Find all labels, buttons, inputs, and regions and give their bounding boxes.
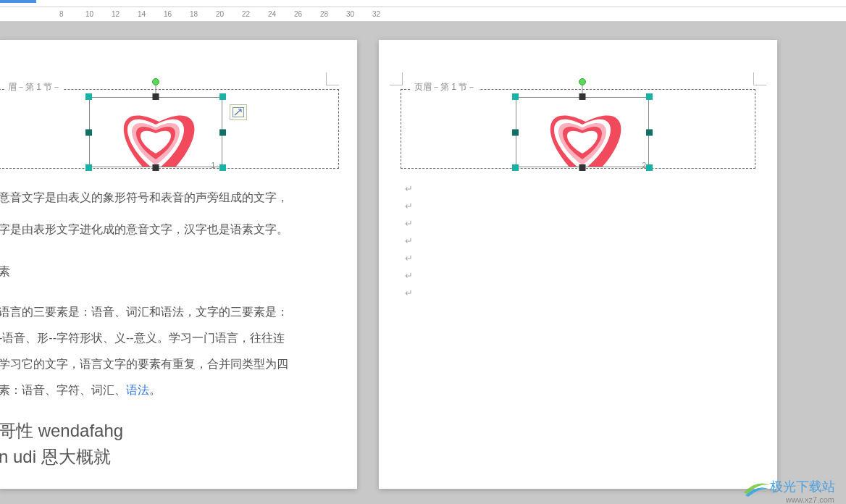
resize-handle-tl[interactable] [512,93,519,100]
resize-handle-b[interactable] [579,164,586,171]
ruler-mark: 28 [320,10,328,18]
header-section-label: 眉－第 1 节－ [5,81,64,93]
paragraph[interactable]: 字是由表形文字进化成的意音文字，汉字也是语素文字。 [0,217,288,242]
rotation-handle[interactable] [152,78,159,85]
watermark-logo: 极光下载站 [742,478,835,495]
ruler-mark: 22 [242,10,250,18]
resize-handle-tl[interactable] [85,93,92,100]
paragraph-mark-icon: ↵ [405,235,413,246]
arrow-diagonal-icon [233,107,244,117]
page-number: 1 [211,161,215,169]
paragraph-mark-icon: ↵ [405,270,413,281]
margin-corner-icon [390,72,403,85]
paragraph-mark-icon: ↵ [405,253,413,264]
resize-handle-b[interactable] [153,164,159,171]
horizontal-ruler[interactable]: 8 10 12 14 16 18 20 22 24 26 28 30 32 [0,7,846,22]
heading[interactable]: 哥性 wendafahg [0,418,123,444]
ruler-mark: 30 [346,10,354,18]
header-image-selected[interactable] [89,97,222,167]
ruler-mark: 14 [138,10,146,18]
ruler-mark: 12 [112,10,120,18]
page-number: 2 [642,161,646,169]
header-image[interactable] [516,97,649,167]
paragraph[interactable]: 语言的三要素是：语音、词汇和语法，文字的三要素是： [0,299,288,324]
ruler-mark: 24 [268,10,276,18]
paragraph-mark-icon: ↵ [405,201,413,211]
rotation-handle[interactable] [579,78,586,85]
page-2[interactable]: 页眉－第 1 节－ [379,40,777,489]
heading[interactable]: n udi 恩大概就 [0,444,111,470]
resize-handle-bl[interactable] [85,164,92,171]
margin-corner-icon [753,72,766,85]
resize-handle-br[interactable] [219,164,226,171]
resize-handle-t[interactable] [579,93,586,100]
ruler-mark: 16 [164,10,172,18]
paragraph[interactable]: 素 [0,259,10,284]
resize-handle-bl[interactable] [512,164,519,171]
paragraph[interactable]: 素：语音、字符、词汇、语法。 [0,377,161,403]
resize-handle-br[interactable] [646,164,653,171]
header-region[interactable]: 眉－第 1 节－ [0,89,339,169]
margin-corner-icon [326,72,339,85]
paragraph-mark-icon: ↵ [405,218,413,229]
paragraph[interactable]: 意音文字是由表义的象形符号和表音的声旁组成的文字， [0,185,288,210]
resize-handle-r[interactable] [646,129,653,135]
active-tab-indicator [0,0,36,3]
resize-handle-r[interactable] [219,129,226,135]
image-layout-options-button[interactable] [230,104,247,120]
page-1[interactable]: 眉－第 1 节－ [0,40,357,489]
paragraph[interactable]: -语音、形--字符形状、义--意义。学习一门语言，往往连 [0,325,285,350]
hyperlink[interactable]: 语法 [126,384,149,396]
ruler-mark: 10 [85,10,93,18]
resize-handle-l[interactable] [512,129,519,135]
toolbar-strip [0,0,846,7]
swoosh-icon [742,478,766,495]
ruler-mark: 32 [372,10,380,18]
selection-border [516,97,649,167]
paragraph-mark-icon: ↵ [405,183,413,194]
selection-border [89,97,222,167]
resize-handle-tr[interactable] [646,93,653,100]
header-section-label: 页眉－第 1 节－ [411,81,479,93]
watermark-brand: 极光下载站 [770,478,835,495]
document-workspace: 眉－第 1 节－ [0,22,846,504]
text-run: 。 [149,384,161,396]
resize-handle-t[interactable] [153,93,159,100]
text-run: 素：语音、字符、词汇、 [0,384,126,396]
paragraph[interactable]: 学习它的文字，语言文字的要素有重复，合并同类型为四 [0,351,288,377]
resize-handle-tr[interactable] [219,93,226,100]
ruler-mark: 18 [190,10,198,18]
ruler-mark: 8 [59,10,64,18]
resize-handle-l[interactable] [85,129,92,135]
watermark-url: www.xz7.com [786,495,834,504]
paragraph-mark-icon: ↵ [405,287,413,298]
ruler-mark: 26 [294,10,302,18]
ruler-mark: 20 [216,10,224,18]
header-region[interactable]: 页眉－第 1 节－ [401,89,755,169]
